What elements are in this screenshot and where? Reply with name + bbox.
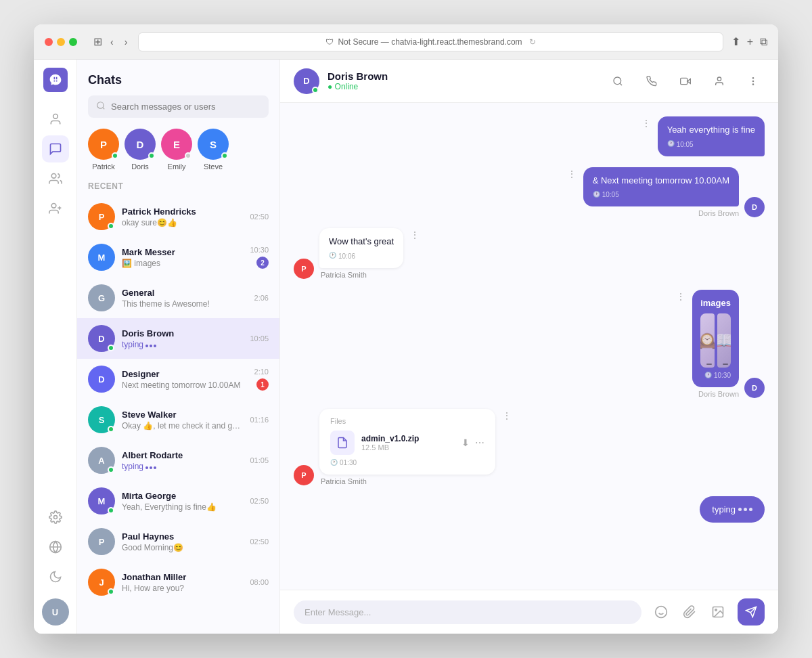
more-msg-btn-5[interactable]: ⋮ [501, 409, 513, 422]
nav-icon-settings[interactable] [42, 504, 69, 531]
share-btn[interactable]: ⬆ [731, 35, 740, 48]
chat-avatar-doris: D [88, 325, 115, 352]
clock-graphic: 🕰️ [700, 331, 714, 350]
chat-item-paul[interactable]: P Paul Haynes Good Morning😊 02:50 [77, 521, 279, 562]
svg-rect-13 [681, 78, 687, 84]
file-actions: ⬇ ⋯ [461, 437, 484, 448]
chat-item-jonathan[interactable]: J Jonathan Miller Hi, How are you? 08:00 [77, 562, 279, 602]
msg-avatar-circle-patricia-2: P [294, 465, 314, 485]
chat-avatar-paul: P [88, 528, 115, 555]
status-dot-emily [185, 152, 191, 159]
chat-header-avatar: D [294, 68, 319, 94]
attach-btn[interactable] [678, 600, 701, 623]
chat-meta-paul: 02:50 [250, 538, 269, 546]
status-dot-albert-list [108, 466, 114, 473]
more-msg-btn-4[interactable]: ⋮ [675, 290, 687, 303]
left-nav: U [34, 60, 77, 634]
moon-icon [49, 570, 62, 584]
chat-name-mirta: Mirta George [122, 491, 243, 501]
chat-info-mark: Mark Messer 🖼️ images [122, 247, 243, 268]
refresh-icon[interactable]: ↻ [529, 37, 536, 47]
recent-user-doris[interactable]: D Doris [125, 129, 156, 171]
msg-bubble-1: Yeah everything is fine 🕐 10:05 [658, 116, 765, 156]
back-btn[interactable]: ‹ [108, 35, 116, 49]
chat-avatar-general: G [88, 284, 115, 311]
video-btn[interactable] [674, 70, 697, 93]
sidebar-toggle-btn[interactable]: ⊞ [93, 35, 102, 49]
chat-item-steve[interactable]: S Steve Walker Okay 👍, let me check it a… [77, 399, 279, 440]
nav-icon-contacts[interactable] [42, 106, 69, 133]
image-2-book[interactable]: 📖 [717, 313, 731, 368]
chat-preview-jonathan: Hi, How are you? [122, 584, 243, 593]
chat-item-mirta[interactable]: M Mirta George Yeah, Everything is fine👍… [77, 481, 279, 521]
tabs-btn[interactable]: ⧉ [760, 35, 767, 48]
chat-item-mark[interactable]: M Mark Messer 🖼️ images 10:30 2 [77, 237, 279, 278]
chat-item-general[interactable]: G General This theme is Awesome! 2:06 [77, 278, 279, 318]
msg-text-2: & Next meeting tomorrow 10.00AM [593, 175, 729, 185]
nav-icon-messages[interactable] [42, 135, 69, 162]
user-avatar[interactable]: U [42, 598, 69, 626]
file-msg-header: Files [330, 417, 484, 425]
chat-time-patrick: 02:50 [250, 213, 269, 221]
chat-item-doris[interactable]: D Doris Brown typing 10:05 [77, 318, 279, 359]
chat-meta-general: 2:06 [254, 294, 269, 302]
chat-name-designer: Designer [122, 369, 248, 379]
badge-mark: 2 [256, 257, 269, 269]
more-msg-btn-1[interactable]: ⋮ [640, 116, 652, 130]
recent-name-steve: Steve [204, 162, 223, 171]
search-chat-btn[interactable] [606, 70, 629, 93]
chat-item-patrick[interactable]: P Patrick Hendricks okay sure😊👍 02:50 [77, 196, 279, 237]
svg-point-22 [715, 609, 717, 611]
file-icon [330, 431, 355, 455]
close-traffic-light[interactable] [45, 38, 53, 46]
more-msg-btn-2[interactable]: ⋮ [566, 167, 578, 181]
recent-user-patrick[interactable]: P Patrick [88, 129, 119, 171]
search-input[interactable] [111, 102, 261, 112]
download-icon[interactable]: ⬇ [461, 437, 470, 448]
chat-header-status: ● Online [328, 82, 598, 91]
chat-item-designer[interactable]: D Designer Next meeting tomorrow 10.00AM… [77, 359, 279, 399]
status-dot-patrick [112, 152, 118, 159]
new-tab-btn[interactable]: + [747, 35, 753, 48]
chat-avatar-designer: D [88, 366, 115, 393]
chat-name-patrick: Patrick Hendricks [122, 206, 243, 217]
file-size: 12.5 MB [361, 443, 455, 452]
chat-avatar-steve: S [88, 406, 115, 433]
chat-list: P Patrick Hendricks okay sure😊👍 02:50 M [77, 196, 279, 634]
profile-btn[interactable] [708, 70, 731, 93]
chat-header-info: Doris Brown ● Online [328, 70, 598, 91]
forward-btn[interactable]: › [122, 35, 131, 49]
more-options-btn[interactable] [742, 70, 765, 93]
recent-user-emily[interactable]: E Emily [161, 129, 192, 171]
chat-item-albert[interactable]: A Albert Rodarte typing 01:05 [77, 440, 279, 481]
chat-header-actions [606, 70, 765, 93]
image-attach-btn[interactable] [706, 600, 729, 623]
chat-avatar-circle-mark: M [88, 244, 115, 271]
nav-icon-groups[interactable] [42, 165, 69, 192]
file-more-icon[interactable]: ⋯ [475, 437, 484, 448]
svg-point-15 [752, 77, 753, 78]
app-logo-icon [49, 73, 62, 87]
chat-info-jonathan: Jonathan Miller Hi, How are you? [122, 572, 243, 593]
svg-point-1 [51, 174, 56, 179]
chat-preview-general: This theme is Awesome! [122, 299, 248, 309]
more-msg-btn-3[interactable]: ⋮ [409, 228, 421, 242]
phone-btn[interactable] [640, 70, 663, 93]
nav-icon-users[interactable] [42, 195, 69, 222]
nav-icon-globe[interactable] [42, 533, 69, 561]
recent-user-steve[interactable]: S Steve [198, 129, 229, 171]
nav-icon-theme[interactable] [42, 563, 69, 590]
emoji-btn[interactable] [650, 600, 673, 623]
recent-name-patrick: Patrick [92, 162, 115, 171]
maximize-traffic-light[interactable] [69, 38, 77, 46]
minimize-traffic-light[interactable] [57, 38, 65, 46]
images-msg: images 🕰️ 📖 [692, 290, 739, 387]
send-btn[interactable] [738, 598, 765, 626]
clock-icon-1: 🕐 [667, 139, 675, 149]
msg-input[interactable] [294, 600, 641, 624]
address-bar: 🛡 Not Secure — chatvia-light.react.theme… [138, 32, 723, 51]
image-1-clock[interactable]: 🕰️ [700, 313, 714, 368]
chat-time-general: 2:06 [254, 294, 269, 302]
sidebar-title: Chats [77, 60, 279, 95]
typing-dot-2 [744, 508, 747, 511]
